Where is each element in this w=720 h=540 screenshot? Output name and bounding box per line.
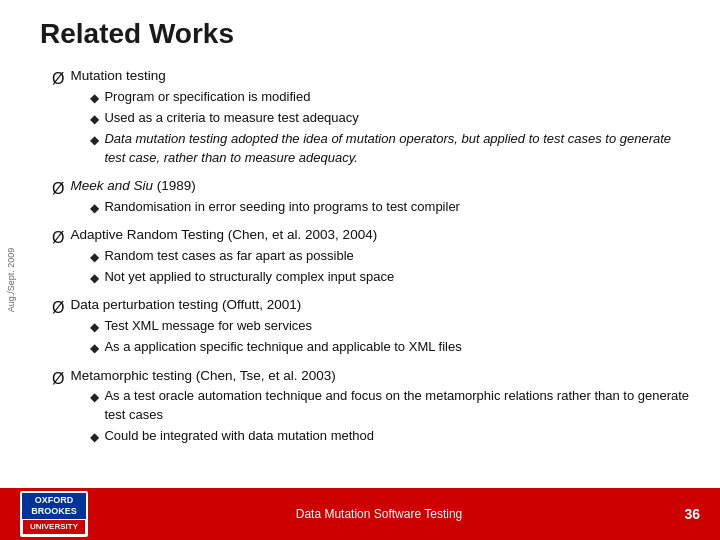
- sub-bullet: ◆: [90, 340, 99, 357]
- slide-title: Related Works: [40, 18, 690, 50]
- section-4-label: Data perturbation testing (Offutt, 2001): [70, 297, 301, 312]
- section-data-perturbation: Ø Data perturbation testing (Offutt, 200…: [52, 295, 690, 360]
- sub-text-4-1: Test XML message for web services: [104, 317, 690, 336]
- section-4-subitems: ◆ Test XML message for web services ◆ As…: [90, 317, 690, 358]
- section-4-body: Data perturbation testing (Offutt, 2001)…: [70, 295, 690, 360]
- sub-bullet: ◆: [90, 429, 99, 446]
- section-1-label: Mutation testing: [70, 68, 165, 83]
- sub-text-1-3: Data mutation testing adopted the idea o…: [104, 130, 690, 168]
- section-metamorphic: Ø Metamorphic testing (Chen, Tse, et al.…: [52, 366, 690, 450]
- slide-content: Ø Mutation testing ◆ Program or specific…: [52, 66, 690, 449]
- footer-logo: OXFORD BROOKES UNIVERSITY: [20, 491, 88, 536]
- bullet-2: Ø: [52, 177, 64, 200]
- logo-brookes: BROOKES: [27, 506, 81, 517]
- slide: Aug./Sept. 2009 Related Works Ø Mutation…: [0, 0, 720, 540]
- sub-item-3-1: ◆ Random test cases as far apart as poss…: [90, 247, 690, 266]
- sub-item-3-2: ◆ Not yet applied to structurally comple…: [90, 268, 690, 287]
- sub-bullet: ◆: [90, 249, 99, 266]
- sub-item-2-1: ◆ Randomisation in error seeding into pr…: [90, 198, 690, 217]
- bullet-4: Ø: [52, 296, 64, 319]
- bullet-3: Ø: [52, 226, 64, 249]
- section-mutation-testing: Ø Mutation testing ◆ Program or specific…: [52, 66, 690, 171]
- sub-bullet: ◆: [90, 200, 99, 217]
- section-1-subitems: ◆ Program or specification is modified ◆…: [90, 88, 690, 168]
- section-3-label: Adaptive Random Testing (Chen, et al. 20…: [70, 227, 377, 242]
- logo-line1: OXFORD BROOKES: [22, 493, 86, 519]
- sub-text-3-1: Random test cases as far apart as possib…: [104, 247, 690, 266]
- logo-image: OXFORD BROOKES UNIVERSITY: [20, 491, 88, 536]
- section-2-body: Meek and Siu (1989) ◆ Randomisation in e…: [70, 176, 690, 220]
- sub-item-4-1: ◆ Test XML message for web services: [90, 317, 690, 336]
- sub-item-5-2: ◆ Could be integrated with data mutation…: [90, 427, 690, 446]
- sub-text-3-2: Not yet applied to structurally complex …: [104, 268, 690, 287]
- sub-text-5-2: Could be integrated with data mutation m…: [104, 427, 690, 446]
- sub-bullet: ◆: [90, 90, 99, 107]
- sub-item-1-2: ◆ Used as a criteria to measure test ade…: [90, 109, 690, 128]
- section-2-label-post: (1989): [153, 178, 196, 193]
- logo-line3: UNIVERSITY: [22, 519, 86, 535]
- section-5-label: Metamorphic testing (Chen, Tse, et al. 2…: [70, 368, 335, 383]
- section-1-body: Mutation testing ◆ Program or specificat…: [70, 66, 690, 171]
- sub-item-4-2: ◆ As a application specific technique an…: [90, 338, 690, 357]
- sub-bullet: ◆: [90, 132, 99, 149]
- section-5-subitems: ◆ As a test oracle automation technique …: [90, 387, 690, 446]
- bullet-5: Ø: [52, 367, 64, 390]
- section-2-subitems: ◆ Randomisation in error seeding into pr…: [90, 198, 690, 217]
- sub-text-1-1: Program or specification is modified: [104, 88, 690, 107]
- sub-text-5-1: As a test oracle automation technique an…: [104, 387, 690, 425]
- section-3-subitems: ◆ Random test cases as far apart as poss…: [90, 247, 690, 288]
- sub-item-1-1: ◆ Program or specification is modified: [90, 88, 690, 107]
- sidebar-label: Aug./Sept. 2009: [6, 248, 16, 313]
- sub-text-1-2: Used as a criteria to measure test adequ…: [104, 109, 690, 128]
- sidebar-wrapper: Aug./Sept. 2009: [0, 80, 22, 480]
- footer: OXFORD BROOKES UNIVERSITY Data Mutation …: [0, 488, 720, 540]
- sub-item-1-3: ◆ Data mutation testing adopted the idea…: [90, 130, 690, 168]
- sub-bullet: ◆: [90, 270, 99, 287]
- footer-center-text: Data Mutation Software Testing: [88, 507, 670, 521]
- sub-text-4-2: As a application specific technique and …: [104, 338, 690, 357]
- sub-bullet: ◆: [90, 111, 99, 128]
- bullet-1: Ø: [52, 67, 64, 90]
- section-3-body: Adaptive Random Testing (Chen, et al. 20…: [70, 225, 690, 290]
- logo-oxford: OXFORD: [27, 495, 81, 506]
- section-meek-siu: Ø Meek and Siu (1989) ◆ Randomisation in…: [52, 176, 690, 220]
- section-2-label-italic: Meek and Siu: [70, 178, 153, 193]
- sub-bullet: ◆: [90, 319, 99, 336]
- sub-item-5-1: ◆ As a test oracle automation technique …: [90, 387, 690, 425]
- footer-page-number: 36: [670, 506, 700, 522]
- section-adaptive-random: Ø Adaptive Random Testing (Chen, et al. …: [52, 225, 690, 290]
- section-5-body: Metamorphic testing (Chen, Tse, et al. 2…: [70, 366, 690, 450]
- sub-bullet: ◆: [90, 389, 99, 406]
- sub-text-2-1: Randomisation in error seeding into prog…: [104, 198, 690, 217]
